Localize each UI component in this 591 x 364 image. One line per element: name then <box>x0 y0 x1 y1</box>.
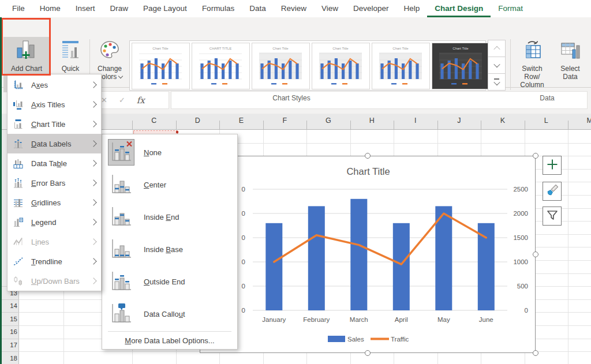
chart-styles-button[interactable] <box>543 182 562 201</box>
data-label-outside-end-icon <box>108 268 134 295</box>
svg-text:0: 0 <box>242 258 245 265</box>
data-label-center-icon <box>108 171 134 198</box>
chart-selection-handle[interactable] <box>365 350 371 356</box>
chevron-right-icon <box>90 81 96 88</box>
submenu-item-label: Data Callout <box>144 310 185 318</box>
menu-item-legend[interactable]: Legend <box>8 212 101 232</box>
column-header-g[interactable]: G <box>326 117 331 125</box>
menu-item-data-labels[interactable]: Data Labels <box>8 134 101 153</box>
column-header-j[interactable]: J <box>457 117 461 125</box>
menu-item-label: Axis Titles <box>31 100 91 109</box>
menu-item-data-table[interactable]: Data Table <box>8 153 101 173</box>
chevron-down-icon <box>118 74 123 78</box>
menu-item-label: Gridlines <box>31 198 91 207</box>
checkmark-icon[interactable]: ✓ <box>119 96 125 104</box>
chart-filters-button[interactable] <box>543 207 562 226</box>
column-header-k[interactable]: K <box>500 117 505 125</box>
switch-row-column-label-line2: Column <box>520 81 544 89</box>
submenu-item-none[interactable]: None <box>102 136 237 168</box>
column-header-d[interactable]: D <box>195 117 200 125</box>
menu-item-label: Chart Title <box>31 120 91 129</box>
svg-text:0: 0 <box>242 210 245 217</box>
chart-style-thumbnail-6[interactable]: Chart Title <box>432 43 490 89</box>
tab-insert[interactable]: Insert <box>68 0 103 17</box>
cancel-icon[interactable]: ✕ <box>101 96 107 104</box>
column-header-i[interactable]: I <box>414 117 416 125</box>
fx-icon[interactable]: fx <box>137 95 145 106</box>
submenu-item-data-callout[interactable]: Data Callout <box>102 298 237 330</box>
tab-developer[interactable]: Developer <box>346 0 397 17</box>
submenu-item-inside-end[interactable]: Inside End <box>102 201 237 233</box>
column-header-f[interactable]: F <box>282 117 287 125</box>
menu-item-axis-titles[interactable]: Axis Titles <box>8 95 101 114</box>
chart-selection-handle[interactable] <box>533 252 538 257</box>
svg-text:April: April <box>395 316 408 323</box>
switch-row-column-button[interactable]: Switch Row/ Column <box>514 38 551 91</box>
axes-icon <box>13 80 24 91</box>
chart-elements-button[interactable] <box>543 156 562 175</box>
tab-chart-design[interactable]: Chart Design <box>427 0 491 17</box>
row-header-17[interactable]: 17 <box>0 342 17 348</box>
submenu-item-outside-end[interactable]: Outside End <box>102 265 237 298</box>
svg-text:Chart Title: Chart Title <box>152 47 169 50</box>
menu-item-axes[interactable]: Axes <box>8 75 101 95</box>
menu-item-chart-title[interactable]: Chart Title <box>8 114 101 134</box>
chart-selection-handle[interactable] <box>533 153 538 159</box>
chevron-right-icon <box>90 199 96 205</box>
submenu-item-inside-base[interactable]: Inside Base <box>102 233 237 265</box>
row-header-16[interactable]: 16 <box>0 328 17 335</box>
ribbon-group-separator <box>510 39 511 90</box>
data-range-handle <box>176 131 178 133</box>
tab-view[interactable]: View <box>314 0 346 17</box>
row-header-18[interactable]: 18 <box>0 355 17 362</box>
select-data-icon <box>559 39 582 63</box>
chart-style-thumbnail-5[interactable]: Chart Title <box>372 43 430 89</box>
chart-styles-brush-icon <box>545 183 559 200</box>
row-header-14[interactable]: 14 <box>0 302 17 309</box>
select-data-button[interactable]: Select Data <box>553 38 588 91</box>
tab-help[interactable]: Help <box>397 0 428 17</box>
tab-page-layout[interactable]: Page Layout <box>136 0 194 17</box>
chart-filters-funnel-icon <box>545 208 559 224</box>
menu-item-gridlines[interactable]: Gridlines <box>8 193 101 212</box>
chevron-down-icon <box>493 79 500 85</box>
tab-data[interactable]: Data <box>242 0 274 17</box>
chart-selection-handle[interactable] <box>533 350 538 356</box>
menu-item-trendline[interactable]: Trendline <box>8 252 101 271</box>
tab-formulas[interactable]: Formulas <box>194 0 242 17</box>
gallery-scroll-up-button[interactable] <box>488 40 506 57</box>
column-header-m[interactable]: M <box>587 117 591 125</box>
tab-home[interactable]: Home <box>32 0 68 17</box>
tab-review[interactable]: Review <box>274 0 314 17</box>
gallery-expand-button[interactable] <box>488 73 506 91</box>
svg-text:Traffic: Traffic <box>391 336 409 343</box>
trendline-icon <box>13 256 24 267</box>
formula-input[interactable] <box>171 91 588 109</box>
switch-row-column-icon <box>521 39 544 63</box>
menu-item-error-bars[interactable]: Error Bars <box>8 173 101 193</box>
row-header-15[interactable]: 15 <box>0 316 17 322</box>
tab-file[interactable]: File <box>5 0 32 17</box>
submenu-item-label: None <box>144 148 162 157</box>
submenu-item-center[interactable]: Center <box>102 168 237 201</box>
add-chart-element-icon <box>15 39 38 63</box>
more-data-label-options[interactable]: More Data Label Options... <box>102 332 237 350</box>
column-header-e[interactable]: E <box>239 117 244 125</box>
add-chart-element-menu: AxesAxis TitlesChart TitleData LabelsDat… <box>7 74 102 291</box>
chart-style-thumbnail-3[interactable]: Chart Title <box>252 43 310 89</box>
tab-format[interactable]: Format <box>491 0 530 17</box>
column-header-l[interactable]: L <box>544 117 548 125</box>
chart-style-thumbnail-2[interactable]: CHART TITLE <box>192 43 250 89</box>
tab-draw[interactable]: Draw <box>103 0 136 17</box>
column-header-c[interactable]: C <box>151 117 156 125</box>
chart-selection-handle[interactable] <box>365 153 371 159</box>
gridlines-icon <box>13 197 24 208</box>
embedded-chart[interactable]: 00500010000150002000025000JanuaryFebruar… <box>200 156 536 353</box>
chart-style-thumbnail-1[interactable]: Chart Title <box>132 43 190 89</box>
data-labels-icon <box>13 138 24 149</box>
svg-text:0: 0 <box>242 283 245 290</box>
gallery-scroll-down-button[interactable] <box>488 57 506 74</box>
switch-row-column-label-line1: Switch Row/ <box>514 65 551 81</box>
chart-style-thumbnail-4[interactable]: Chart Title <box>312 43 370 89</box>
column-header-h[interactable]: H <box>369 117 375 125</box>
